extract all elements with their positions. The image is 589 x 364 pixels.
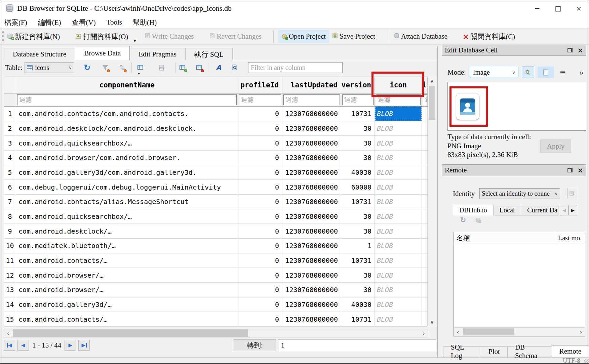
identity-select[interactable]: Select an identity to conne ∨ xyxy=(479,188,560,199)
cell-lastUpdated[interactable]: 1230768000000 xyxy=(282,195,341,209)
cell-lastUpdated[interactable]: 1230768000000 xyxy=(282,165,341,180)
cell-profileId[interactable]: 0 xyxy=(238,151,282,165)
remote-table-hscrollbar[interactable]: ‹ › xyxy=(454,327,585,336)
minimize-button[interactable]: ─ xyxy=(527,0,548,16)
cell-version[interactable]: 30 xyxy=(341,268,375,283)
remote-tab-dbhub[interactable]: DBHub.io xyxy=(453,205,494,215)
toolbar-drag-handle[interactable] xyxy=(2,31,4,42)
cell-profileId[interactable]: 0 xyxy=(238,195,282,209)
last-page-button[interactable]: ▶ xyxy=(78,340,90,351)
cell-version[interactable]: 10731 xyxy=(341,195,375,209)
cell-partial[interactable] xyxy=(422,239,428,253)
previous-page-button[interactable]: ◀ xyxy=(17,340,29,351)
float-panel-icon[interactable] xyxy=(567,168,573,172)
row-number-cell[interactable]: 2 xyxy=(4,121,16,136)
menu-tools[interactable]: Tools xyxy=(106,17,123,27)
cell-lastUpdated[interactable]: 1230768000000 xyxy=(282,224,341,239)
remote-tab-local[interactable]: Local xyxy=(493,205,521,215)
open-project-button[interactable]: Open Project xyxy=(278,30,329,43)
cell-profileId[interactable]: 0 xyxy=(238,165,282,180)
cell-lastUpdated[interactable]: 1230768000000 xyxy=(282,136,341,151)
cell-profileId[interactable]: 0 xyxy=(238,253,282,268)
row-number-cell[interactable]: 3 xyxy=(4,136,16,151)
revert-changes-button[interactable]: Revert Changes xyxy=(209,32,262,41)
cell-profileId[interactable]: 0 xyxy=(238,107,282,121)
dock-splitter[interactable] xyxy=(437,46,438,357)
cell-lastUpdated[interactable]: 1230768000000 xyxy=(282,107,341,121)
tab-browse-data[interactable]: Browse Data xyxy=(75,46,130,60)
cell-partial[interactable] xyxy=(422,209,428,224)
close-panel-icon[interactable]: × xyxy=(577,168,583,173)
remote-column-name[interactable]: 名稱 xyxy=(454,232,556,244)
cell-version[interactable]: 30 xyxy=(341,136,375,151)
dock-tab-remote[interactable]: Remote xyxy=(552,345,589,357)
cell-componentName[interactable]: com.android.contacts/… xyxy=(16,312,238,327)
maximize-button[interactable]: □ xyxy=(548,0,568,16)
remote-scroll-thumb[interactable] xyxy=(463,328,514,335)
apply-button[interactable]: Apply xyxy=(540,139,571,153)
cell-lastUpdated[interactable]: 1230768000000 xyxy=(282,180,341,195)
cell-icon-blob[interactable]: BLOB xyxy=(375,209,422,224)
cell-partial[interactable] xyxy=(422,121,428,136)
clear-sorting-button[interactable]: ⇅ xyxy=(118,63,126,72)
scroll-left-button[interactable]: ‹ xyxy=(454,328,462,336)
column-header-profileId[interactable]: profileId xyxy=(238,77,282,93)
cell-version[interactable]: 10731 xyxy=(341,107,375,121)
tab-scroll-right-button[interactable]: ▶ xyxy=(568,205,577,215)
table-select[interactable]: icons ∨ xyxy=(25,62,74,73)
cell-version[interactable]: 10731 xyxy=(341,312,375,327)
cell-profileId[interactable]: 0 xyxy=(238,136,282,151)
cell-componentName[interactable]: com.android.browser/… xyxy=(16,268,238,283)
cell-profileId[interactable]: 0 xyxy=(238,239,282,253)
cell-lastUpdated[interactable]: 1230768000000 xyxy=(282,209,341,224)
cell-profileId[interactable]: 0 xyxy=(238,297,282,312)
menu-help[interactable]: 幫助(H) xyxy=(132,17,157,28)
cell-icon-blob[interactable]: BLOB xyxy=(375,297,422,312)
filter-icon[interactable]: 過濾 xyxy=(375,93,422,107)
new-database-button[interactable]: + 新建資料庫(N) xyxy=(7,32,60,41)
cell-version[interactable]: 30 xyxy=(341,121,375,136)
row-number-cell[interactable]: 8 xyxy=(4,209,16,224)
dock-tab-plot[interactable]: Plot xyxy=(481,346,508,357)
goto-record-input[interactable] xyxy=(278,339,436,351)
tab-database-structure[interactable]: Database Structure xyxy=(4,48,75,60)
column-header-lastUpdated[interactable]: lastUpdated xyxy=(282,77,341,93)
cell-icon-blob[interactable]: BLOB xyxy=(375,224,422,239)
tab-edit-pragmas[interactable]: Edit Pragmas xyxy=(129,48,186,60)
cell-version[interactable]: 60000 xyxy=(341,180,375,195)
cell-version[interactable]: 10731 xyxy=(341,253,375,268)
scroll-down-button[interactable]: ∨ xyxy=(428,318,436,326)
delete-record-button[interactable] xyxy=(195,63,203,72)
dock-tab-sql-log[interactable]: SQL Log xyxy=(443,346,481,357)
row-number-cell[interactable]: 15 xyxy=(4,312,16,327)
close-button[interactable]: × xyxy=(568,0,589,16)
refresh-button[interactable]: ↻ xyxy=(83,63,91,72)
cell-profileId[interactable]: 0 xyxy=(238,224,282,239)
write-changes-button[interactable]: Write Changes xyxy=(145,32,194,41)
cell-icon-blob-selected[interactable]: BLOB xyxy=(375,107,422,121)
column-header-partial[interactable]: ic xyxy=(422,77,428,93)
filter-componentName[interactable]: 過濾 xyxy=(16,93,238,107)
cell-icon-blob[interactable]: BLOB xyxy=(375,253,422,268)
cell-icon-blob[interactable]: BLOB xyxy=(375,151,422,165)
horizontal-scroll-thumb[interactable] xyxy=(13,329,248,337)
goto-record-button[interactable]: 轉到: xyxy=(234,339,276,351)
cell-icon-blob[interactable]: BLOB xyxy=(375,312,422,327)
toolbar-overflow-button[interactable]: » xyxy=(577,67,587,78)
cell-componentName[interactable]: com.android.browser/… xyxy=(16,283,238,297)
new-record-dropdown-arrow[interactable]: ▾ xyxy=(138,71,140,76)
cell-profileId[interactable]: 0 xyxy=(238,180,282,195)
cell-profileId[interactable]: 0 xyxy=(238,312,282,327)
cell-lastUpdated[interactable]: 1230768000000 xyxy=(282,283,341,297)
cell-componentName[interactable]: com.android.deskclock/… xyxy=(16,224,238,239)
cell-componentName[interactable]: com.android.browser/com.android.browser. xyxy=(16,151,238,165)
remote-refresh-icon[interactable]: ↻ xyxy=(460,216,466,224)
mode-select[interactable]: Image ∨ xyxy=(470,67,518,78)
cell-componentName[interactable]: com.android.contacts/alias.MessageShortc… xyxy=(16,195,238,209)
resize-grip[interactable] xyxy=(584,359,589,364)
cell-version[interactable]: 40030 xyxy=(341,297,375,312)
remote-upload-database-icon[interactable] xyxy=(475,217,481,223)
cell-partial[interactable] xyxy=(422,180,428,195)
scroll-left-button[interactable]: ‹ xyxy=(4,329,12,337)
row-number-cell[interactable]: 7 xyxy=(4,195,16,209)
